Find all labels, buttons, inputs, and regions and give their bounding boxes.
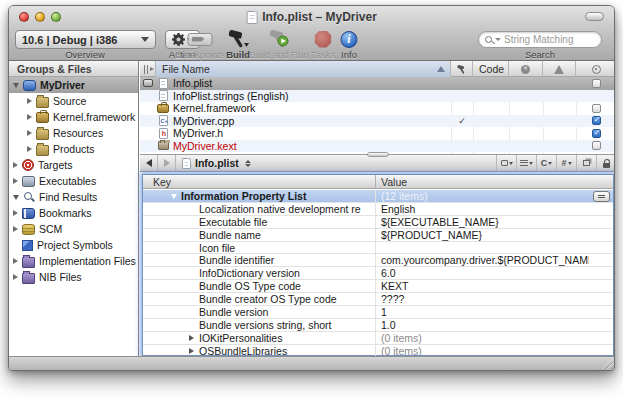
plist-value[interactable]: English — [381, 203, 589, 215]
plist-value[interactable]: KEXT — [381, 280, 589, 292]
build-button[interactable] — [226, 29, 250, 49]
plist-row-infodictionary-version[interactable]: InfoDictionary version 6.0 — [143, 267, 613, 280]
plist-row-bundle-version[interactable]: Bundle version 1 — [143, 306, 613, 319]
disclosure-triangle-icon[interactable] — [13, 195, 19, 200]
disclosure-triangle-icon[interactable] — [13, 83, 19, 88]
sidebar-item-project-symbols[interactable]: Project Symbols — [9, 237, 138, 253]
sidebar-item-targets[interactable]: Targets — [9, 157, 138, 173]
plist-row-bundle-name[interactable]: Bundle name ${PRODUCT_NAME} — [143, 229, 613, 242]
target-checkbox[interactable] — [592, 79, 601, 88]
file-row-mydriver-h[interactable]: MyDriver.h — [140, 127, 615, 140]
disclosure-triangle-icon[interactable] — [27, 130, 32, 136]
forward-arrow-icon — [164, 159, 170, 167]
disclosure-triangle-icon[interactable] — [13, 274, 18, 280]
close-button[interactable] — [19, 12, 29, 22]
sidebar-item-find-results[interactable]: Find Results — [9, 189, 138, 205]
plist-value[interactable]: 6.0 — [381, 267, 589, 279]
column-header-key[interactable]: Key — [153, 176, 171, 188]
splitter-dimple[interactable] — [367, 152, 389, 157]
column-header-file-name[interactable]: File Name — [156, 61, 451, 77]
sidebar-item-kernel-framework[interactable]: Kernel.framework — [9, 109, 138, 125]
file-row-info-plist[interactable]: Info.plist — [140, 77, 615, 90]
sidebar-item-scm[interactable]: SCM — [9, 221, 138, 237]
plist-row-iokitpersonalities[interactable]: IOKitPersonalities (0 items) — [143, 332, 613, 345]
column-header-value[interactable]: Value — [381, 176, 407, 188]
minimize-button[interactable] — [35, 12, 45, 22]
markers-button[interactable] — [516, 155, 536, 171]
sidebar-item-executables[interactable]: Executables — [9, 173, 138, 189]
plist-value[interactable]: ???? — [381, 293, 589, 305]
split-editor-button[interactable] — [576, 155, 596, 171]
column-header-errors[interactable] — [509, 61, 543, 77]
file-row-kernel-framework[interactable]: Kernel.framework — [140, 102, 615, 115]
resize-grip[interactable] — [602, 358, 613, 369]
sidebar-item-nib-files[interactable]: NIB Files — [9, 269, 138, 285]
disclosure-triangle-icon[interactable] — [189, 348, 194, 354]
lock-button[interactable] — [596, 155, 615, 171]
file-row-mydriver-cpp[interactable]: MyDriver.cpp ✓ — [140, 115, 615, 128]
plist-value[interactable]: (12 items) — [381, 190, 589, 202]
plist-row-root[interactable]: Information Property List (12 items) — [143, 190, 613, 203]
target-checkbox[interactable] — [592, 104, 601, 113]
search-field[interactable] — [478, 31, 602, 48]
sidebar-item-mydriver[interactable]: MyDriver — [9, 77, 138, 93]
plist-row-bundle-versions-short[interactable]: Bundle versions string, short 1.0 — [143, 319, 613, 332]
file-row-mydriver-kext[interactable]: MyDriver.kext — [140, 140, 615, 153]
plist-value[interactable]: (0 items) — [381, 332, 589, 344]
search-input[interactable] — [504, 34, 588, 45]
info-button[interactable]: i — [341, 29, 358, 49]
plist-row-icon-file[interactable]: Icon file — [143, 242, 613, 255]
plist-value[interactable]: ${PRODUCT_NAME} — [381, 229, 589, 241]
disclosure-triangle-icon[interactable] — [171, 194, 177, 199]
plist-value[interactable]: (0 items) — [381, 345, 589, 357]
file-row-infoplist-strings[interactable]: InfoPlist.strings (English) — [140, 90, 615, 103]
disclosure-triangle-icon[interactable] — [13, 226, 18, 232]
overview-popup[interactable]: 10.6 | Debug | i386 — [15, 30, 156, 49]
plist-value[interactable] — [381, 242, 589, 254]
sidebar-item-resources[interactable]: Resources — [9, 125, 138, 141]
build-and-run-button[interactable] — [267, 29, 291, 49]
plist-row-bundle-os-type-code[interactable]: Bundle OS Type code KEXT — [143, 280, 613, 293]
breakpoints-button[interactable] — [188, 29, 213, 49]
zoom-button[interactable] — [51, 12, 61, 22]
bookmark-button[interactable] — [496, 155, 516, 171]
plist-value[interactable]: 1 — [381, 306, 589, 318]
plist-row-bundle-creator-code[interactable]: Bundle creator OS Type code ???? — [143, 293, 613, 306]
column-header-warnings[interactable] — [543, 61, 576, 77]
counterpart-button[interactable]: C — [536, 155, 556, 171]
sidebar-item-source[interactable]: Source — [9, 93, 138, 109]
line-numbers-button[interactable]: # — [556, 155, 576, 171]
disclosure-triangle-icon[interactable] — [27, 146, 32, 152]
tasks-button[interactable] — [315, 29, 332, 49]
disclosure-triangle-icon[interactable] — [13, 210, 18, 216]
plist-value[interactable]: 1.0 — [381, 319, 589, 331]
target-checkbox[interactable] — [592, 141, 601, 150]
sidebar-item-implementation-files[interactable]: Implementation Files — [9, 253, 138, 269]
column-header-build[interactable] — [451, 61, 473, 77]
forward-button[interactable] — [158, 155, 176, 171]
disclosure-triangle-icon[interactable] — [13, 162, 18, 168]
column-header-target[interactable] — [576, 61, 615, 77]
disclosure-triangle-icon[interactable] — [189, 335, 194, 341]
column-header-code[interactable]: Code — [473, 61, 509, 77]
sidebar-item-products[interactable]: Products — [9, 141, 138, 157]
plist-value[interactable]: ${EXECUTABLE_NAME} — [381, 216, 589, 228]
disclosure-triangle-icon[interactable] — [13, 258, 18, 264]
disclosure-triangle-icon[interactable] — [27, 114, 32, 120]
back-button[interactable] — [140, 155, 158, 171]
toolbar-toggle-pill[interactable] — [585, 12, 604, 21]
target-checkbox[interactable] — [592, 116, 601, 125]
file-popup[interactable]: Info.plist — [176, 157, 257, 169]
target-checkbox[interactable] — [592, 129, 601, 138]
disclosure-triangle-icon[interactable] — [13, 178, 18, 184]
plist-row-bundle-identifier[interactable]: Bundle identifier com.yourcompany.driver… — [143, 254, 613, 267]
row-menu-button[interactable] — [593, 191, 610, 202]
disclosure-triangle-icon[interactable] — [27, 98, 32, 104]
titlebar[interactable]: Info.plist – MyDriver — [9, 6, 614, 28]
plist-row-executable-file[interactable]: Executable file ${EXECUTABLE_NAME} — [143, 216, 613, 229]
plist-row-localization[interactable]: Localization native development re Engli… — [143, 203, 613, 216]
plist-value[interactable]: com.yourcompany.driver.${PRODUCT_NAME:rf… — [381, 254, 589, 266]
sidebar-item-bookmarks[interactable]: Bookmarks — [9, 205, 138, 221]
folder-icon — [36, 129, 49, 140]
splitter-column-header[interactable] — [140, 61, 156, 77]
